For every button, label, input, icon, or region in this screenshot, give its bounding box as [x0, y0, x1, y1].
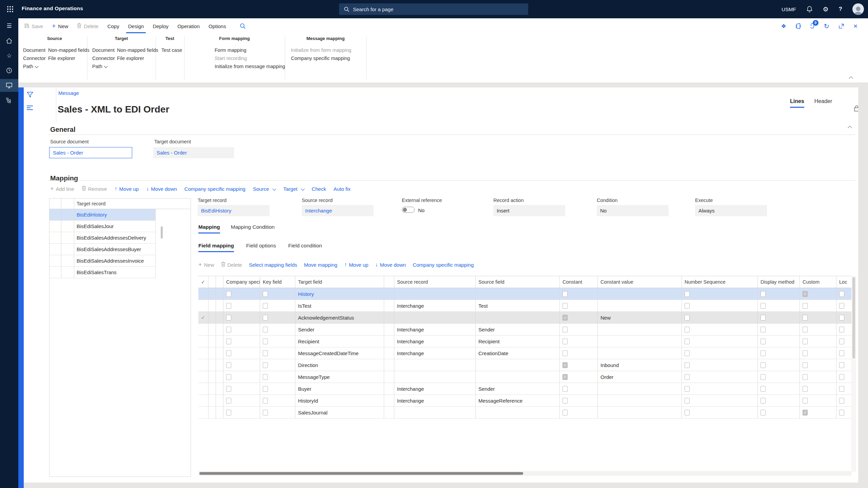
cell-source-record[interactable]: Interchange [394, 395, 476, 406]
cell-lock[interactable] [836, 395, 851, 406]
cell-key-field[interactable] [260, 336, 295, 347]
cell-target-field[interactable]: Direction [295, 359, 384, 371]
checkbox-display-method[interactable] [761, 327, 766, 332]
column-header-lock[interactable]: Loc [836, 276, 851, 288]
cell-company-specific[interactable] [223, 347, 260, 359]
nav-menu-button[interactable]: ☰ [0, 18, 18, 33]
checkbox-lock[interactable] [839, 327, 844, 332]
column-header-source-record[interactable]: Source record [394, 276, 476, 288]
checkbox-key-field[interactable] [263, 374, 268, 380]
cell-key-field[interactable] [260, 383, 295, 394]
cell-number-sequence[interactable] [682, 395, 758, 406]
toolbar-item-select-mapping-fields[interactable]: Select mapping fields [249, 262, 297, 268]
checkbox-key-field[interactable] [263, 398, 268, 404]
checkbox-custom[interactable]: ✓ [803, 291, 808, 297]
general-section-header[interactable]: General [50, 126, 75, 134]
checkbox-lock[interactable] [839, 303, 844, 309]
checkbox-key-field[interactable] [263, 303, 268, 309]
nav-home-button[interactable] [0, 33, 18, 48]
field-mapping-row[interactable]: History✓ [198, 288, 851, 300]
ribbon-item-start-recording[interactable]: Start recording [215, 54, 247, 62]
checkbox-key-field[interactable] [263, 386, 268, 392]
cell-display-method[interactable] [758, 347, 800, 359]
cell-constant-value[interactable] [598, 383, 682, 394]
target-record-column-header[interactable]: Target record [74, 201, 105, 206]
search-input[interactable]: Search for a page [339, 3, 528, 15]
cell-display-method[interactable] [758, 359, 800, 371]
checkbox-key-field[interactable] [263, 362, 268, 368]
cell-target-field[interactable]: AcknowledgementStatus [295, 312, 384, 323]
checkbox-company-specific[interactable] [226, 327, 231, 332]
cell-custom[interactable] [800, 383, 836, 394]
cell-custom[interactable] [800, 359, 836, 371]
cell-key-field[interactable] [260, 288, 295, 300]
cell-target-field[interactable]: SalesJournal [295, 407, 384, 418]
checkbox-display-method[interactable] [761, 386, 766, 392]
cell-custom[interactable] [800, 324, 836, 335]
checkbox-number-sequence[interactable] [685, 398, 690, 404]
cell-constant[interactable] [560, 300, 598, 311]
column-header-row-mark[interactable]: ✓ [198, 276, 209, 288]
cell-source-record[interactable] [394, 359, 476, 371]
checkbox-number-sequence[interactable] [685, 350, 690, 356]
cell-source-field[interactable]: CreationDate [476, 347, 560, 359]
cell-company-specific[interactable] [223, 395, 260, 406]
ribbon-item-form-mapping[interactable]: Form mapping [215, 46, 246, 54]
attachments-button[interactable]: 0 [810, 23, 815, 29]
cell-constant-value[interactable]: Order [598, 371, 682, 383]
cell-key-field[interactable] [260, 312, 295, 323]
checkbox-number-sequence[interactable] [685, 327, 690, 332]
field-mapping-row[interactable]: ✓AcknowledgementStatus✓New [198, 312, 851, 324]
cell-lock[interactable] [836, 300, 851, 311]
field-tab-field-mapping[interactable]: Field mapping [198, 243, 234, 252]
cell-key-field[interactable] [260, 359, 295, 371]
checkbox-number-sequence[interactable] [685, 291, 690, 297]
target-record-row[interactable]: BisEdiSalesTrans [50, 267, 156, 278]
checkbox-key-field[interactable] [263, 327, 268, 332]
checkbox-constant[interactable]: ✓ [563, 315, 568, 321]
checkbox-constant[interactable] [563, 291, 568, 297]
cell-constant-value[interactable] [598, 300, 682, 311]
checkbox-key-field[interactable] [263, 410, 268, 415]
field-mapping-row[interactable]: BuyerInterchangeSender [198, 383, 851, 395]
refresh-button[interactable]: ↻ [824, 22, 829, 30]
filter-pane-button[interactable] [26, 92, 34, 100]
open-in-new-window-button[interactable] [839, 23, 844, 29]
cell-custom[interactable] [800, 336, 836, 347]
cell-display-method[interactable] [758, 407, 800, 418]
cell-company-specific[interactable] [223, 383, 260, 394]
cell-constant[interactable]: ✓ [560, 312, 598, 323]
external-reference-toggle[interactable] [402, 207, 415, 213]
nav-favorites-button[interactable]: ☆ [0, 48, 18, 63]
cell-constant-value[interactable] [598, 395, 682, 406]
cell-source-field[interactable] [476, 407, 560, 418]
cell-company-specific[interactable] [223, 288, 260, 300]
cell-lock[interactable] [836, 407, 851, 418]
cell-key-field[interactable] [260, 324, 295, 335]
cell-number-sequence[interactable] [682, 288, 758, 300]
cell-source-record[interactable] [394, 407, 476, 418]
checkbox-lock[interactable] [839, 350, 844, 356]
column-header-company-specific[interactable]: Company speci... [223, 276, 260, 288]
checkbox-lock[interactable] [839, 339, 844, 344]
cell-target-field[interactable]: Sender [295, 324, 384, 335]
target-record-row[interactable]: BisEdiSalesAddressesBuyer [50, 244, 156, 255]
page-caption[interactable]: Message [58, 90, 79, 96]
target-record-row[interactable]: BisEdiSalesAddressesDelivery [50, 232, 156, 244]
checkbox-custom[interactable] [803, 362, 808, 368]
cell-number-sequence[interactable] [682, 312, 758, 323]
checkbox-display-method[interactable] [761, 374, 766, 380]
checkbox-lock[interactable] [839, 374, 844, 380]
cell-source-field[interactable] [476, 312, 560, 323]
cell-constant-value[interactable] [598, 407, 682, 418]
checkbox-lock[interactable] [839, 410, 844, 415]
cell-row-mark[interactable] [198, 383, 209, 394]
cell-number-sequence[interactable] [682, 324, 758, 335]
action-search-button[interactable] [240, 23, 246, 29]
record-action-field[interactable]: Insert [493, 205, 565, 216]
cell-constant[interactable] [560, 407, 598, 418]
toolbar-item-add-line[interactable]: +Add line [50, 186, 74, 192]
cell-lock[interactable] [836, 324, 851, 335]
ribbon-item-non-mapped-fields[interactable]: Non-mapped fields [117, 46, 158, 54]
cell-lock[interactable] [836, 336, 851, 347]
